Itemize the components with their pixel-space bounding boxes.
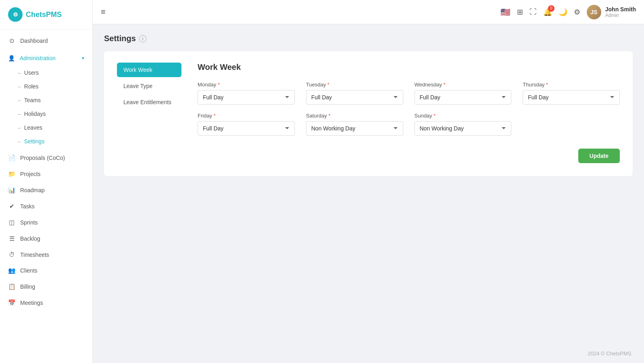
roadmap-icon: 📊	[8, 187, 15, 194]
language-flag-icon[interactable]: 🇺🇸	[500, 7, 511, 17]
tab-leave-type[interactable]: Leave Type	[117, 79, 181, 93]
clients-icon: 👥	[8, 267, 15, 274]
sidebar-item-tasks[interactable]: ✔ Tasks	[0, 198, 92, 214]
sidebar-billing-label: Billing	[20, 283, 35, 290]
user-name: John Smith	[605, 6, 636, 13]
sidebar-section-administration: 👤 Administration ▾ Users Roles Teams Hol…	[0, 49, 92, 150]
sidebar-item-administration[interactable]: 👤 Administration ▾	[0, 50, 92, 66]
header: ≡ 🇺🇸 ⊞ ⛶ 🔔 0 🌙 ⚙ JS John Smith Admin	[93, 0, 644, 24]
friday-select[interactable]: Full Day Half Day Non Working Day	[198, 121, 295, 136]
settings-content: Work Week Monday * Full Day Half Day Non…	[198, 63, 620, 163]
sprints-icon: ◫	[8, 219, 15, 226]
thursday-label: Thursday *	[523, 82, 620, 88]
tasks-icon: ✔	[8, 203, 15, 210]
sidebar-tasks-label: Tasks	[20, 203, 35, 210]
wednesday-field: Wednesday * Full Day Half Day Non Workin…	[415, 82, 512, 105]
logo-text: ChetsPMS	[26, 10, 62, 19]
user-info[interactable]: JS John Smith Admin	[587, 5, 636, 19]
logo-icon: ⚙	[8, 7, 23, 22]
thursday-field: Thursday * Full Day Half Day Non Working…	[523, 82, 620, 105]
user-role: Admin	[605, 13, 636, 18]
wednesday-select[interactable]: Full Day Half Day Non Working Day	[415, 90, 512, 105]
sidebar-item-meetings[interactable]: 📅 Meetings	[0, 295, 92, 311]
theme-toggle-icon[interactable]: 🌙	[559, 8, 567, 17]
sidebar-item-timesheets[interactable]: ⏱ Timesheets	[0, 247, 92, 262]
sidebar-item-teams[interactable]: Teams	[0, 93, 92, 107]
sidebar-sprints-label: Sprints	[20, 219, 38, 226]
sidebar-item-sprints[interactable]: ◫ Sprints	[0, 214, 92, 231]
notification-badge: 0	[548, 5, 554, 12]
sidebar-item-dashboard[interactable]: ⊙ Dashboard	[0, 33, 92, 49]
notification-icon[interactable]: 🔔 0	[543, 8, 552, 17]
sidebar-meetings-label: Meetings	[20, 300, 43, 306]
chevron-down-icon: ▾	[82, 55, 84, 61]
monday-label: Monday *	[198, 82, 295, 88]
monday-select[interactable]: Full Day Half Day Non Working Day	[198, 90, 295, 105]
user-details: John Smith Admin	[605, 6, 636, 18]
wednesday-label: Wednesday *	[415, 82, 512, 88]
proposals-icon: 📄	[8, 154, 15, 162]
required-star: *	[327, 82, 329, 88]
sunday-label: Sunday *	[415, 113, 512, 119]
required-star: *	[218, 82, 220, 88]
sidebar-item-users[interactable]: Users	[0, 66, 92, 80]
sidebar-item-projects[interactable]: 📁 Projects	[0, 166, 92, 182]
sidebar-item-proposals[interactable]: 📄 Proposals (CoCo)	[0, 150, 92, 166]
required-star: *	[214, 113, 216, 119]
backlog-icon: ☰	[8, 235, 15, 242]
sidebar-item-settings[interactable]: Settings	[0, 134, 92, 148]
settings-tabs: Work Week Leave Type Leave Entitlements	[117, 63, 181, 163]
friday-label: Friday *	[198, 113, 295, 119]
sidebar-timesheets-label: Timesheets	[20, 252, 49, 258]
page-title: Settings i	[104, 34, 633, 43]
thursday-select[interactable]: Full Day Half Day Non Working Day	[523, 90, 620, 105]
sidebar-backlog-label: Backlog	[20, 235, 40, 242]
sidebar-item-backlog[interactable]: ☰ Backlog	[0, 231, 92, 247]
footer: 2024 © ChetsPMS.	[93, 344, 644, 363]
monday-field: Monday * Full Day Half Day Non Working D…	[198, 82, 295, 105]
required-star: *	[546, 82, 548, 88]
footer-text: 2024 © ChetsPMS.	[588, 350, 633, 357]
settings-icon[interactable]: ⚙	[574, 8, 580, 17]
sidebar-item-roles[interactable]: Roles	[0, 80, 92, 93]
friday-field: Friday * Full Day Half Day Non Working D…	[198, 113, 295, 136]
tab-work-week[interactable]: Work Week	[117, 63, 181, 77]
header-right: 🇺🇸 ⊞ ⛶ 🔔 0 🌙 ⚙ JS John Smith Admin	[500, 5, 636, 19]
projects-icon: 📁	[8, 170, 15, 178]
logo[interactable]: ⚙ ChetsPMS	[0, 0, 92, 29]
required-star: *	[434, 113, 436, 119]
hamburger-button[interactable]: ≡	[101, 7, 106, 17]
tab-leave-entitlements[interactable]: Leave Entitlements	[117, 95, 181, 109]
avatar: JS	[587, 5, 601, 19]
sunday-field: Sunday * Full Day Half Day Non Working D…	[415, 113, 512, 136]
sidebar-roadmap-label: Roadmap	[20, 187, 45, 193]
sidebar-item-holidays[interactable]: Holidays	[0, 107, 92, 121]
saturday-field: Saturday * Full Day Half Day Non Working…	[306, 113, 403, 136]
content: Settings i Work Week Leave Type Leave En…	[93, 24, 644, 344]
sidebar-item-billing[interactable]: 📋 Billing	[0, 279, 92, 295]
page-title-text: Settings	[104, 34, 136, 43]
settings-card: Work Week Leave Type Leave Entitlements …	[104, 51, 633, 176]
section-title: Work Week	[198, 63, 620, 72]
sidebar-projects-label: Projects	[20, 171, 41, 177]
info-icon[interactable]: i	[139, 35, 146, 42]
fullscreen-icon[interactable]: ⛶	[529, 8, 537, 16]
timesheets-icon: ⏱	[8, 251, 15, 258]
sidebar-item-clients[interactable]: 👥 Clients	[0, 262, 92, 279]
administration-icon: 👤	[8, 55, 15, 61]
sidebar-item-roadmap[interactable]: 📊 Roadmap	[0, 182, 92, 198]
tuesday-field: Tuesday * Full Day Half Day Non Working …	[306, 82, 403, 105]
saturday-label: Saturday *	[306, 113, 403, 119]
sunday-select[interactable]: Full Day Half Day Non Working Day	[415, 121, 512, 136]
tuesday-select[interactable]: Full Day Half Day Non Working Day	[306, 90, 403, 105]
saturday-select[interactable]: Full Day Half Day Non Working Day	[306, 121, 403, 136]
day-grid: Monday * Full Day Half Day Non Working D…	[198, 82, 620, 136]
update-button[interactable]: Update	[578, 149, 620, 163]
apps-icon[interactable]: ⊞	[517, 8, 523, 17]
billing-icon: 📋	[8, 283, 15, 290]
sidebar: ⚙ ChetsPMS ⊙ Dashboard 👤 Administration …	[0, 0, 93, 363]
required-star: *	[444, 82, 446, 88]
sidebar-item-label: Dashboard	[20, 38, 48, 44]
admin-children: Users Roles Teams Holidays Leaves Settin…	[0, 66, 92, 148]
sidebar-item-leaves[interactable]: Leaves	[0, 121, 92, 134]
